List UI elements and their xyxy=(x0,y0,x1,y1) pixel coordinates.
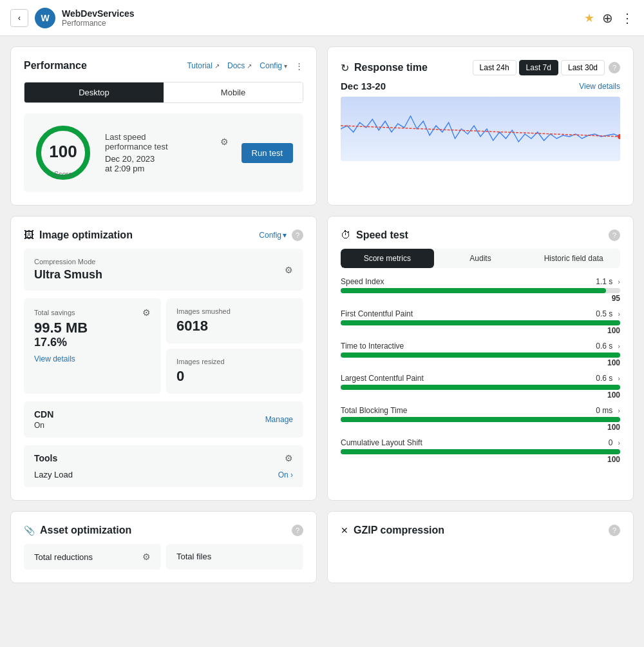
metric-score: 95 xyxy=(341,294,620,303)
gzip-help-icon[interactable]: ? xyxy=(609,525,620,536)
tab-score-metrics[interactable]: Score metrics xyxy=(341,249,434,268)
gzip-header: ✕ GZIP compression ? xyxy=(341,525,620,536)
performance-title: Performance xyxy=(24,60,87,72)
device-tab-switcher: Desktop Mobile xyxy=(24,82,303,103)
test-date: Dec 20, 2023 xyxy=(105,154,229,164)
total-savings-label: Total savings ⚙ xyxy=(34,307,151,318)
metric-right: 0 › xyxy=(609,438,620,447)
gzip-title-area: ✕ GZIP compression xyxy=(341,525,444,536)
asset-stats: Total reductions ⚙ Total files xyxy=(24,544,303,570)
metric-right: 1.1 s › xyxy=(596,277,620,286)
compression-settings-icon[interactable]: ⚙ xyxy=(285,265,293,275)
performance-more-icon[interactable]: ⋮ xyxy=(295,61,303,71)
tab-historic[interactable]: Historic field data xyxy=(527,249,620,268)
metric-arrow[interactable]: › xyxy=(618,374,620,382)
test-time: at 2:09 pm xyxy=(105,164,229,173)
tutorial-link[interactable]: Tutorial ↗ xyxy=(187,61,220,70)
docs-link[interactable]: Docs ↗ xyxy=(227,61,252,70)
image-opt-header: 🖼 Image optimization Config ▾ ? xyxy=(24,229,303,241)
total-savings-value: 99.5 MB xyxy=(34,320,151,336)
metric-time: 0.5 s xyxy=(596,309,612,318)
image-help-icon[interactable]: ? xyxy=(292,229,303,241)
metric-arrow[interactable]: › xyxy=(618,342,620,350)
wordpress-icon[interactable]: ⊕ xyxy=(602,10,613,26)
compression-info: Compression Mode Ultra Smush xyxy=(34,258,102,282)
metric-time: 1.1 s xyxy=(596,277,612,286)
config-link[interactable]: Config ▾ xyxy=(260,61,287,70)
metric-arrow[interactable]: › xyxy=(618,310,620,318)
images-resized-box: Images resized 0 xyxy=(166,349,303,394)
header-right: ★ ⊕ ⋮ xyxy=(584,10,634,26)
metric-arrow[interactable]: › xyxy=(618,439,620,447)
metric-arrow[interactable]: › xyxy=(618,278,620,285)
svg-rect-2 xyxy=(341,97,620,161)
date-range: Dec 13-20 View details xyxy=(341,81,620,92)
score-label: Score xyxy=(54,170,73,178)
response-help-icon[interactable]: ? xyxy=(609,62,620,73)
last-speed-title: Last speed xyxy=(105,132,168,142)
filter-30d-button[interactable]: Last 30d xyxy=(561,60,605,75)
chevron-icon: ▾ xyxy=(283,231,287,240)
metric-score: 100 xyxy=(341,423,620,432)
score-settings-icon[interactable]: ⚙ xyxy=(220,137,229,147)
view-details-link[interactable]: View details xyxy=(579,82,620,91)
metric-bar xyxy=(341,417,620,422)
metric-row: Speed Index 1.1 s › 95 xyxy=(341,277,620,303)
reductions-settings-icon[interactable]: ⚙ xyxy=(142,552,151,562)
cdn-label: CDN xyxy=(34,409,53,420)
tools-settings-icon[interactable]: ⚙ xyxy=(285,453,293,463)
metric-arrow[interactable]: › xyxy=(618,407,620,414)
chevron-down-icon: ▾ xyxy=(284,63,287,70)
metric-name: Largest Contentful Paint xyxy=(341,374,424,383)
metric-right: 0 ms › xyxy=(596,406,620,415)
back-button[interactable]: ‹ xyxy=(10,9,28,27)
tab-audits[interactable]: Audits xyxy=(434,249,527,268)
response-title-area: ↻ Response time xyxy=(341,62,428,74)
speed-header: ⏱ Speed test ? xyxy=(341,229,620,241)
asset-header: 📎 Asset optimization ? xyxy=(24,525,303,536)
filter-7d-button[interactable]: Last 7d xyxy=(519,60,558,75)
header: ‹ W WebDevServices Performance ★ ⊕ ⋮ xyxy=(0,0,644,36)
metric-name: Speed Index xyxy=(341,277,384,286)
image-optimization-card: 🖼 Image optimization Config ▾ ? Compress… xyxy=(10,216,317,501)
image-config-link[interactable]: Config ▾ xyxy=(259,231,287,240)
view-details-link[interactable]: View details xyxy=(34,354,151,363)
total-files-label: Total files xyxy=(176,552,211,561)
compression-mode-box: Compression Mode Ultra Smush ⚙ xyxy=(24,249,303,291)
run-test-button[interactable]: Run test xyxy=(242,143,293,163)
filter-24h-button[interactable]: Last 24h xyxy=(473,60,516,75)
score-info-header: Last speed performance test ⚙ xyxy=(105,132,229,151)
date-range-text: Dec 13-20 xyxy=(341,81,386,92)
tab-mobile[interactable]: Mobile xyxy=(164,82,303,102)
metric-bar xyxy=(341,288,606,293)
gzip-card: ✕ GZIP compression ? xyxy=(327,511,634,583)
metric-right: 0.5 s › xyxy=(596,309,620,318)
star-icon[interactable]: ★ xyxy=(584,11,594,25)
metric-row: Total Blocking Time 0 ms › 100 xyxy=(341,406,620,432)
asset-optimization-card: 📎 Asset optimization ? Total reductions … xyxy=(10,511,317,583)
score-section: 100 Score Last speed performance test ⚙ … xyxy=(24,113,303,192)
cdn-box: CDN On Manage xyxy=(24,401,303,438)
cdn-manage-link[interactable]: Manage xyxy=(265,415,293,424)
tab-desktop[interactable]: Desktop xyxy=(24,82,164,102)
speed-help-icon[interactable]: ? xyxy=(609,229,620,241)
asset-help-icon[interactable]: ? xyxy=(292,525,303,536)
lazy-load-label: Lazy Load xyxy=(34,470,73,479)
response-header: ↻ Response time Last 24h Last 7d Last 30… xyxy=(341,60,620,75)
metric-score: 100 xyxy=(341,326,620,335)
more-options-icon[interactable]: ⋮ xyxy=(621,10,634,26)
image-opt-title: Image optimization xyxy=(39,229,133,241)
avatar: W xyxy=(35,8,55,28)
image-opt-controls: Config ▾ ? xyxy=(259,229,303,241)
performance-card-header: Performance Tutorial ↗ Docs ↗ Config ▾ ⋮ xyxy=(24,60,303,72)
images-smushed-value: 6018 xyxy=(176,318,293,334)
gzip-title: GZIP compression xyxy=(354,525,444,536)
metric-row: First Contentful Paint 0.5 s › 100 xyxy=(341,309,620,335)
site-subtitle: Performance xyxy=(62,19,135,28)
metric-row: Largest Contentful Paint 0.6 s › 100 xyxy=(341,374,620,400)
speed-tab-group: Score metrics Audits Historic field data xyxy=(341,249,620,268)
lazy-load-status[interactable]: On › xyxy=(278,470,293,479)
total-reductions-label: Total reductions xyxy=(34,552,93,562)
savings-settings-icon[interactable]: ⚙ xyxy=(142,307,151,318)
response-time-card: ↻ Response time Last 24h Last 7d Last 30… xyxy=(327,46,634,206)
